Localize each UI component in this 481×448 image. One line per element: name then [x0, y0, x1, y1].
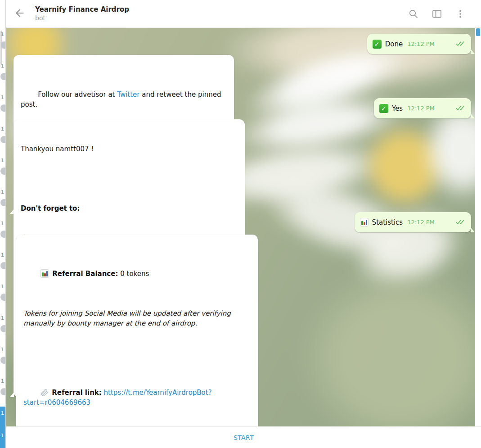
chat-header: Yearnify Finance Airdrop bot [6, 0, 481, 28]
chat-list-item[interactable]: 1 [0, 186, 5, 217]
chat-list-item[interactable]: 1 [0, 249, 5, 280]
double-check-icon [439, 94, 466, 123]
double-check-icon [439, 208, 466, 237]
chat-list-item[interactable]: 1 [0, 217, 5, 249]
message-time: 12:12 PM [407, 217, 435, 227]
unread-badge [0, 294, 6, 301]
chat-time-digit: 1 [1, 32, 4, 37]
unread-badge [0, 104, 6, 112]
chat-list-item-selected[interactable]: 1 1 [0, 407, 5, 448]
message-yes: ✓ Yes 12:12 PM [374, 98, 471, 118]
chat-time-digit: 1 [1, 126, 4, 132]
chat-list-item[interactable]: 1 [0, 343, 5, 375]
check-emoji-icon: ✓ [373, 40, 382, 49]
chat-time-digit: 1 [1, 63, 4, 69]
chat-time-digit: 1 [1, 252, 4, 258]
message-heading: Don't forget to: [21, 204, 80, 213]
chat-scrollbar-track[interactable] [475, 28, 481, 448]
chat-title-block[interactable]: Yearnify Finance Airdrop bot [33, 5, 408, 23]
chat-list-item[interactable]: 1 [0, 91, 5, 122]
message-stats-detail: Referral Balance: 0 tokens Tokens for jo… [16, 235, 258, 426]
bar-chart-emoji-icon [360, 218, 369, 226]
chat-time-digit: 1 [1, 95, 4, 100]
twitter-link[interactable]: Twitter [117, 91, 139, 99]
chat-list-item[interactable]: 1 [0, 154, 5, 186]
back-button[interactable] [6, 7, 33, 21]
back-arrow-icon [14, 7, 26, 21]
chat-list-rows: 1 1 1 1 1 1 1 1 1 1 1 1 [0, 28, 5, 406]
field-label: Referral Balance: [52, 270, 118, 278]
chat-list-item[interactable]: 1 [0, 59, 5, 91]
message-text: Statistics [372, 217, 403, 227]
chat-list-item[interactable]: 1 [0, 28, 5, 59]
chat-list-item[interactable]: 1 [0, 122, 5, 154]
chat-time-digit: 1 [1, 221, 4, 226]
chat-list-item[interactable]: 1 [0, 280, 5, 312]
chat-title: Yearnify Finance Airdrop [35, 5, 408, 14]
bot-keyboard-bar: START [6, 426, 481, 448]
sidebar-toggle-icon[interactable] [432, 9, 442, 19]
bar-chart-emoji-icon [40, 269, 49, 278]
chat-list-item[interactable]: 1 [0, 375, 5, 406]
balance-note: Tokens for joining Social Media will be … [23, 308, 251, 328]
unread-badge [0, 231, 6, 238]
chat-time-digit: 1 [1, 410, 4, 416]
message-area: ✓ Done 12:12 PM Follow our advetisor at … [6, 28, 475, 426]
kebab-menu-icon[interactable] [455, 9, 466, 19]
field-label: Referral link: [52, 389, 102, 397]
unread-badge [0, 41, 6, 49]
message-text: Done [385, 39, 403, 49]
unread-badge [0, 388, 6, 395]
chat-list-item[interactable]: 1 [0, 312, 5, 343]
message-text: Follow our advetisor at [38, 91, 117, 99]
chat-scrollbar-thumb[interactable] [476, 28, 480, 36]
chat-subtitle: bot [35, 14, 408, 23]
chat-list-sliver[interactable]: 1 1 1 1 1 1 1 1 1 1 1 1 1 1 [0, 0, 6, 448]
chat-time-digit: 1 [1, 347, 4, 353]
double-check-icon [439, 29, 466, 59]
search-icon[interactable] [408, 9, 419, 19]
paperclip-emoji-icon [40, 389, 49, 397]
message-done: ✓ Done 12:12 PM [367, 34, 471, 54]
message-time: 12:12 PM [407, 39, 435, 49]
chat-time-digit: 1 [1, 284, 4, 290]
unread-badge [0, 136, 6, 143]
unread-badge [0, 262, 6, 269]
unread-badge [0, 167, 6, 175]
telegram-window: 1 1 1 1 1 1 1 1 1 1 1 1 1 1 Yearnify Fin… [0, 0, 481, 448]
chat-time-digit: 1 [1, 433, 4, 439]
message-text: Thankyou namtt007 ! [21, 144, 238, 154]
check-emoji-icon: ✓ [379, 104, 388, 113]
message-time: 12:12 PM [407, 104, 435, 113]
message-statistics: Statistics 12:12 PM [355, 212, 471, 232]
unread-badge [0, 199, 6, 206]
unread-badge [0, 73, 6, 80]
field-value: 0 tokens [118, 270, 149, 278]
message-text: Yes [392, 104, 403, 113]
chat-time-digit: 1 [1, 158, 4, 163]
chat-time-digit: 1 [1, 315, 4, 321]
start-button[interactable]: START [234, 434, 254, 441]
chat-time-digit: 1 [1, 189, 4, 195]
chat-time-digit: 1 [1, 378, 4, 384]
unread-badge [0, 357, 6, 364]
unread-badge [0, 325, 6, 332]
